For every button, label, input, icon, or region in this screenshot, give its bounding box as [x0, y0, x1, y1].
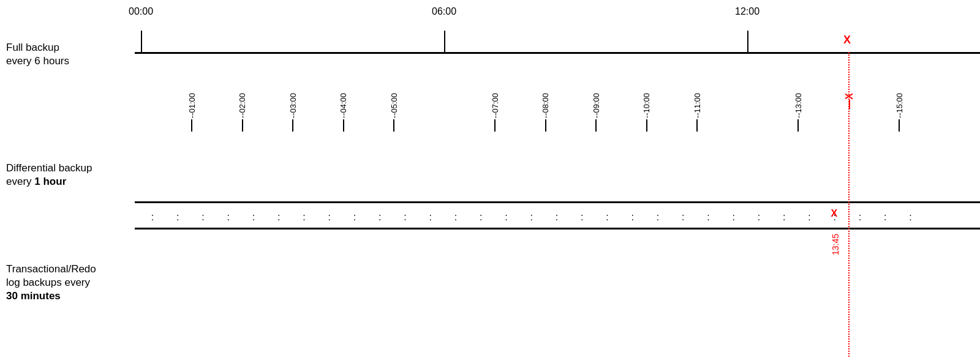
- diff-hour-label: --13:00: [794, 93, 803, 118]
- diff-hour-tick: --03:00: [288, 93, 298, 132]
- label-column: Full backup every 6 hours Differential b…: [0, 6, 135, 352]
- full-backup-label: Full backup every 6 hours: [6, 41, 69, 68]
- diff-hour-tick: --08:00: [541, 93, 550, 132]
- log-colon-mark: :: [530, 212, 532, 222]
- log-colon-mark: :: [631, 212, 633, 222]
- log-colon-mark: :: [404, 212, 406, 222]
- log-colon-mark: :: [556, 212, 558, 222]
- diff-hour-label: --02:00: [238, 93, 247, 118]
- diff-hour-tick: X: [844, 93, 855, 109]
- diff-backup-label-block: Differential backup every 1 hour: [0, 143, 135, 256]
- diff-backup-row: --01:00--02:00--03:00--04:00--05:00--07:…: [135, 90, 980, 203]
- diff-hour-label: --11:00: [693, 93, 702, 118]
- full-backup-timeline: [135, 52, 980, 54]
- diff-hour-tick: --04:00: [339, 93, 348, 132]
- log-backup-label-block: Transactional/Redo log backups every 30 …: [0, 263, 135, 303]
- log-colon-mark: :: [884, 212, 886, 222]
- log-colon-mark: :: [682, 212, 684, 222]
- diff-hour-tick: --11:00: [693, 93, 702, 132]
- full-backup-label-block: Full backup every 6 hours: [0, 41, 135, 125]
- log-colon-mark: :: [328, 212, 330, 222]
- diff-backup-label: Differential backup every 1 hour: [6, 162, 92, 188]
- log-failure-x: X: [831, 208, 837, 219]
- log-colon-mark: :: [176, 212, 179, 222]
- full-backup-tick: [141, 31, 142, 52]
- log-colon-mark: :: [859, 212, 861, 222]
- log-backup-timeline: [135, 228, 980, 229]
- log-colon-mark: :: [454, 212, 457, 222]
- log-colon-mark: :: [808, 212, 810, 222]
- log-colon-mark: :: [505, 212, 507, 222]
- log-colon-mark: :: [353, 212, 356, 222]
- log-colon-mark: :: [303, 212, 305, 222]
- log-colon-mark: :: [657, 212, 659, 222]
- log-colon-mark: :: [379, 212, 381, 222]
- diff-hour-tick: --07:00: [491, 93, 500, 132]
- log-colon-mark: :: [783, 212, 785, 222]
- diff-failure-x: X: [844, 93, 855, 100]
- diff-hour-label: --05:00: [390, 93, 399, 118]
- log-colon-mark: :: [227, 212, 229, 222]
- diff-hour-tick: --15:00: [895, 93, 904, 132]
- diff-hour-tick: --09:00: [592, 93, 601, 132]
- log-colon-mark: :: [758, 212, 760, 222]
- log-failure-time-label: 13:45: [831, 234, 840, 255]
- full-backup-time-label: 00:00: [129, 6, 153, 17]
- log-colon-mark: :: [151, 212, 154, 222]
- diff-hour-tick: --02:00: [238, 93, 247, 132]
- full-backup-tick: [444, 31, 445, 52]
- failure-red-line: [848, 52, 850, 358]
- full-backup-time-label: 06:00: [432, 6, 456, 17]
- log-backup-label: Transactional/Redo log backups every 30 …: [6, 263, 96, 303]
- full-backup-tick: [747, 31, 748, 52]
- diff-hour-label: --10:00: [642, 93, 651, 118]
- diff-hour-label: --01:00: [187, 93, 197, 118]
- full-backup-time-label: 12:00: [735, 6, 760, 17]
- full-backup-failure-x: X: [843, 34, 851, 47]
- log-colon-mark: :: [732, 212, 734, 222]
- log-colon-mark: :: [277, 212, 280, 222]
- log-colon-mark: :: [909, 212, 911, 222]
- log-colon-mark: :: [606, 212, 608, 222]
- log-colon-mark: :: [581, 212, 583, 222]
- diff-hour-label: --15:00: [895, 93, 904, 118]
- main-container: Full backup every 6 hours Differential b…: [0, 0, 980, 358]
- log-colon-mark: :: [707, 212, 709, 222]
- log-colon-mark: :: [202, 212, 204, 222]
- diff-hour-label: --07:00: [491, 93, 500, 118]
- diff-hour-label: --03:00: [288, 93, 298, 118]
- chart-area: 00:0006:0012:00X--01:00--02:00--03:00--0…: [135, 6, 980, 352]
- full-backup-row: 00:0006:0012:00X: [135, 6, 980, 90]
- log-backup-row: :::::::::::::::::::::::::::::::X13:45: [135, 203, 980, 352]
- diff-hour-tick: --05:00: [390, 93, 399, 132]
- log-colon-mark: :: [252, 212, 255, 222]
- diff-hour-label: --04:00: [339, 93, 348, 118]
- log-colon-mark: :: [429, 212, 431, 222]
- diff-hour-tick: --01:00: [187, 93, 197, 132]
- diff-hour-tick: --13:00: [794, 93, 803, 132]
- diff-hour-label: --09:00: [592, 93, 601, 118]
- log-colon-mark: :: [480, 212, 482, 222]
- diff-hour-label: --08:00: [541, 93, 550, 118]
- diff-hour-tick: --10:00: [642, 93, 651, 132]
